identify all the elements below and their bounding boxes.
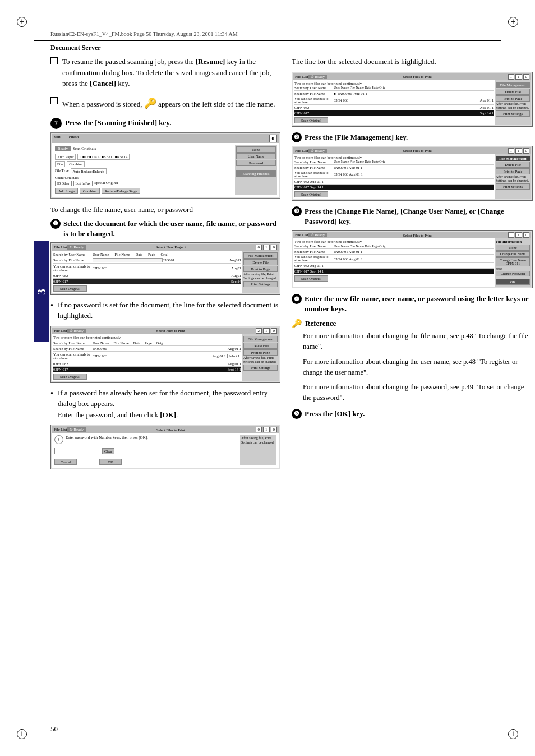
fm-f4: 03FN 017 Sept 14 1 (294, 185, 494, 189)
file-row-4: 03FN 017 Sept 14 (53, 279, 241, 284)
cn-sidebar: File Information None Change File Name C… (495, 238, 531, 287)
pw-clear-btn[interactable]: Clear (102, 448, 114, 454)
select-screen-sidebar: File Management Delete File Print to Pag… (242, 251, 279, 293)
file-row-3: 03FN 082 Aug 01 (53, 273, 241, 279)
step3-text: Press the [Change File Name], [Change Us… (305, 206, 533, 227)
scan-original-btn-area: Scan Original (53, 285, 241, 292)
rh-f1-row: ■ PA000 01 Aug 01 1 (334, 91, 494, 95)
rh-print-page[interactable]: Print to Page (496, 95, 530, 102)
cn-change-fname[interactable]: Change File Name (496, 251, 530, 257)
cn-ok-btn[interactable]: OK (496, 279, 530, 285)
fm-delete[interactable]: Delete File (496, 162, 530, 168)
select-btn[interactable]: Select 1 (227, 354, 241, 358)
rh-c1: 1 (508, 74, 515, 80)
cn-title: Select Files to Print (327, 233, 508, 237)
fm-r1: Search by File Name PA000 01 Aug 01 1 (294, 165, 494, 170)
checkbox-text-1: To resume the paused scanning job, press… (62, 56, 280, 89)
rh-note2: After saving file, Print Settings can be… (496, 102, 530, 110)
hi-file-mgmt[interactable]: File Management (243, 336, 278, 342)
scan-original-btn[interactable]: Scan Original (53, 285, 87, 292)
print-settings-btn[interactable]: Print Settings (243, 281, 278, 287)
step3-circle: ❸ (292, 206, 302, 216)
pw-cancel-btn[interactable]: Cancel (54, 459, 77, 465)
hi-scan-btn[interactable]: Scan Original (53, 374, 87, 380)
delete-file-btn[interactable]: Delete File (243, 259, 278, 265)
hi-print-page[interactable]: Print to Page (243, 349, 278, 356)
pw-ok-btn[interactable]: OK (99, 459, 122, 465)
cn-file-list: File List (295, 233, 308, 237)
finish-tab: Finish (69, 135, 79, 142)
print-to-page-btn[interactable]: Print to Page (243, 266, 278, 272)
c2: 0 (271, 245, 278, 250)
step4-heading: ❹ Enter the new file name, user name, or… (292, 294, 533, 314)
hi-counter: 2 1 0 (256, 328, 278, 334)
fm-title: Select Files to Print (327, 149, 508, 153)
footer-line (34, 722, 501, 722)
rh-file-search: Search by File Name (294, 91, 334, 95)
hi-f3: 03FN 082 (53, 362, 228, 366)
file-4-date: Sept (231, 279, 238, 283)
rh-middle: Two or more files can be printed continu… (293, 80, 531, 125)
step1-circle: ❶ (50, 219, 61, 229)
file-management-btn[interactable]: File Management (243, 252, 278, 259)
header-line (34, 40, 501, 41)
file-3-date: Aug (231, 274, 237, 278)
fm-note2: After saving file, Print Settings can be… (496, 175, 530, 183)
pw-action-row: Cancel OK (54, 458, 240, 465)
auto-settings: Auto Reduce/Enlarge (71, 168, 107, 174)
hi-c2: 2 (256, 328, 262, 334)
fm-c1: 1 (508, 148, 515, 154)
step5-text: Press the [OK] key. (305, 409, 365, 419)
cn-scan-btn[interactable]: Scan Original (294, 275, 328, 282)
rh-print-settings[interactable]: Print Settings (496, 110, 530, 117)
right-highlighted-screen: File List ⊙ Ready Select Files to Print … (292, 72, 533, 127)
rh-delete[interactable]: Delete File (496, 89, 530, 95)
fm-scan-btn[interactable]: Scan Original (294, 191, 328, 197)
hi-print-settings[interactable]: Print Settings (243, 365, 278, 371)
scanning-finished-btn[interactable]: Scanning Finished (236, 170, 276, 177)
col-headers: Search by User Name User NameFile NameDa… (53, 252, 241, 257)
rh-scan-btn[interactable]: Scan Original (294, 117, 328, 123)
cn-change-uname[interactable]: Change User Name CFPN 011 (496, 257, 530, 266)
fm-settings[interactable]: Print Settings (496, 183, 530, 190)
ref-text-3: For more information about changing the … (303, 382, 533, 403)
pw-message-row: i Enter password with Number keys, then … (54, 435, 240, 444)
fm-area: Two or more files can be printed continu… (293, 154, 495, 199)
rh-orig-store: You can scan originals to store here. (294, 97, 334, 104)
hi-delete[interactable]: Delete File (243, 343, 278, 349)
rh-file-mgmt-active[interactable]: File Management (496, 82, 530, 88)
step4-text: Enter the new file name, user name, or p… (305, 294, 533, 314)
rh-title: Select Files to Print (327, 75, 508, 79)
rh-d3: Aug 01 1 (480, 105, 494, 109)
fm-scan-area: Scan Original (294, 191, 494, 197)
corner-mark-bl (17, 729, 27, 739)
fm-f3: 03FN 082 Aug 01 1 (294, 179, 494, 183)
log-in-fax-btn: Log In Fax (73, 181, 93, 186)
highlighted-doc-screen: File List ⊙ Ready Select Files to Print … (50, 326, 280, 383)
rh-scan-area: Scan Original (294, 117, 494, 123)
scan-controls: Auto Paper 1 ■12 ■11×17 ■8.5×11 ■8.5×14 (55, 154, 234, 160)
hi-d3: Aug 01 1 (228, 362, 241, 366)
hi-f4: 03FN 017 (53, 367, 227, 371)
pw-title: Select Files to Print (86, 428, 255, 432)
c0: 0 (256, 245, 262, 250)
fm-orig: You can scan originals to store here. (294, 171, 334, 178)
pw-message: Enter password with Number keys, then pr… (66, 435, 148, 441)
cn-change-pwd[interactable]: Change Password (496, 271, 530, 276)
hi-f1: PA000 01 (93, 347, 228, 351)
corner-mark-br (508, 729, 518, 739)
ready-badge: Ready (55, 146, 71, 151)
fm-print-page[interactable]: Print to Page (496, 168, 530, 174)
cn-none-btn[interactable]: None (496, 245, 530, 251)
hi-c0: 0 (271, 328, 278, 334)
pw-input-field[interactable] (54, 448, 99, 454)
none-btn: None (236, 146, 276, 153)
file-2-name: 03FN 063 (93, 266, 231, 270)
rh-user-search: Search by User Name (294, 86, 334, 90)
file-row-2: You can scan originals to store here. 03… (53, 264, 241, 273)
right-column: The line for the selected document is hi… (292, 50, 533, 421)
bullet-dot-1: • (50, 301, 53, 310)
rh-r2: You can scan originals to store here. 03… (294, 96, 494, 105)
pw-sidebar: After saving file, Print Settings can be… (240, 435, 276, 465)
main-content: To resume the paused scanning job, press… (34, 50, 501, 717)
